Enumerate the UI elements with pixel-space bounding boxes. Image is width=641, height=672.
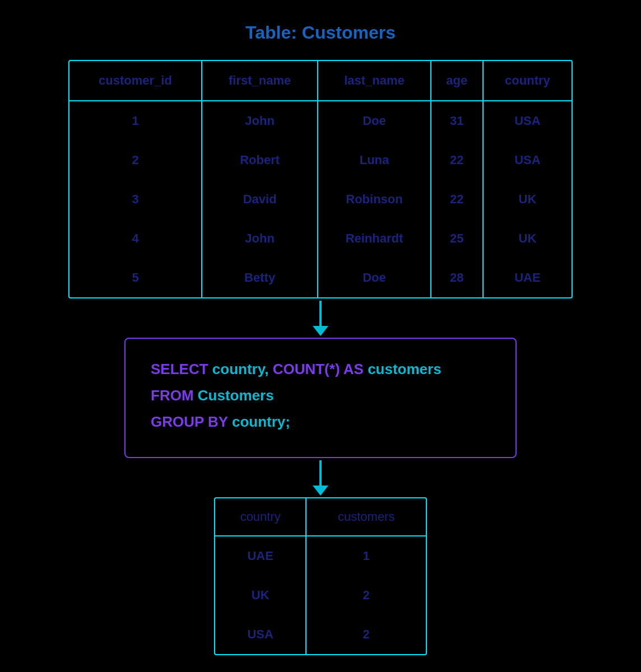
cell-first_name: Betty [202, 258, 318, 297]
sql-select-keyword: SELECT [151, 361, 208, 377]
customers-table-container: customer_id first_name last_name age cou… [68, 60, 573, 298]
result-header-row: country customers [215, 498, 426, 536]
result-row: USA2 [215, 615, 426, 654]
cell-age: 22 [431, 141, 483, 180]
result-country: UK [215, 576, 306, 615]
cell-country: USA [483, 141, 572, 180]
sql-line-3: GROUP BY country; [151, 411, 490, 433]
result-col-country: country [215, 498, 306, 536]
cell-age: 22 [431, 180, 483, 219]
sql-line1-text: country, [208, 361, 273, 377]
page-title: Table: Customers [245, 22, 396, 43]
arrow-down-icon [313, 301, 328, 336]
sql-line1-end: customers [364, 361, 442, 377]
col-header-country: country [483, 61, 572, 101]
cell-first_name: David [202, 180, 318, 219]
cell-first_name: John [202, 219, 318, 258]
cell-last_name: Doe [318, 258, 431, 297]
table-row: 1JohnDoe31USA [69, 101, 572, 141]
col-header-age: age [431, 61, 483, 101]
col-header-last-name: last_name [318, 61, 431, 101]
cell-last_name: Robinson [318, 180, 431, 219]
cell-last_name: Doe [318, 101, 431, 141]
sql-line-1: SELECT country, COUNT(*) AS customers [151, 358, 490, 380]
cell-country: UAE [483, 258, 572, 297]
table-header-row: customer_id first_name last_name age cou… [69, 61, 572, 101]
col-header-first-name: first_name [202, 61, 318, 101]
sql-line-2: FROM Customers [151, 385, 490, 407]
cell-country: USA [483, 101, 572, 141]
result-customers: 1 [306, 536, 426, 576]
table-row: 3DavidRobinson22UK [69, 180, 572, 219]
result-row: UK2 [215, 576, 426, 615]
table-row: 4JohnReinhardt25UK [69, 219, 572, 258]
cell-customer_id: 1 [69, 101, 202, 141]
cell-customer_id: 5 [69, 258, 202, 297]
sql-from-keyword: FROM [151, 387, 194, 404]
sql-line3-text: country; [228, 413, 290, 430]
cell-customer_id: 3 [69, 180, 202, 219]
result-country: USA [215, 615, 306, 654]
result-customers: 2 [306, 615, 426, 654]
arrow-down-icon-2 [313, 460, 328, 496]
cell-age: 31 [431, 101, 483, 141]
result-table: country customers UAE1UK2USA2 [215, 498, 426, 654]
customers-table: customer_id first_name last_name age cou… [69, 61, 572, 297]
cell-age: 28 [431, 258, 483, 297]
cell-customer_id: 4 [69, 219, 202, 258]
cell-first_name: John [202, 101, 318, 141]
result-col-customers: customers [306, 498, 426, 536]
sql-groupby-keyword: GROUP BY [151, 413, 228, 430]
table-row: 5BettyDoe28UAE [69, 258, 572, 297]
sql-line2-text: Customers [194, 387, 274, 404]
table-row: 2RobertLuna22USA [69, 141, 572, 180]
cell-country: UK [483, 180, 572, 219]
cell-age: 25 [431, 219, 483, 258]
result-table-container: country customers UAE1UK2USA2 [214, 497, 427, 655]
cell-first_name: Robert [202, 141, 318, 180]
sql-box: SELECT country, COUNT(*) AS customers FR… [124, 338, 517, 458]
col-header-customer-id: customer_id [69, 61, 202, 101]
cell-country: UK [483, 219, 572, 258]
sql-count-keyword: COUNT(*) AS [273, 361, 364, 377]
cell-customer_id: 2 [69, 141, 202, 180]
result-row: UAE1 [215, 536, 426, 576]
result-customers: 2 [306, 576, 426, 615]
cell-last_name: Luna [318, 141, 431, 180]
result-country: UAE [215, 536, 306, 576]
cell-last_name: Reinhardt [318, 219, 431, 258]
arrow-2 [313, 458, 328, 497]
arrow-1 [313, 298, 328, 338]
